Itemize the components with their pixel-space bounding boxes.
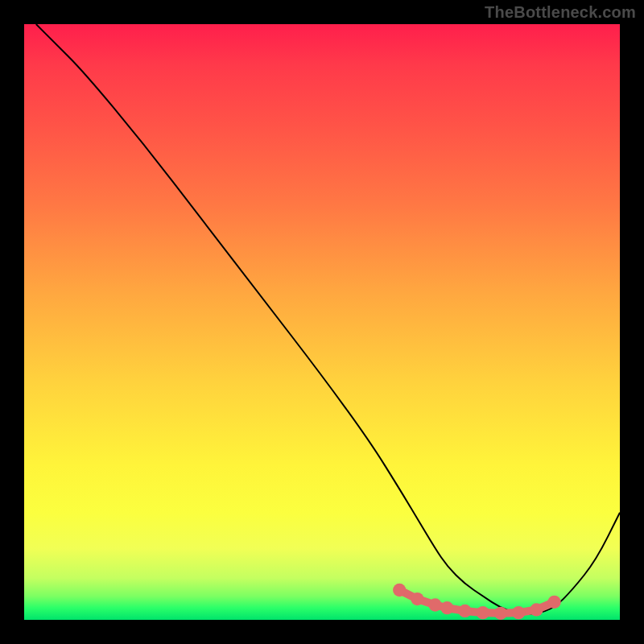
bottleneck-curve	[36, 24, 620, 614]
highlight-point	[458, 605, 471, 617]
highlight-point	[547, 596, 560, 609]
highlight-point	[393, 584, 406, 597]
watermark-text: TheBottleneck.com	[485, 3, 636, 22]
chart-svg	[24, 24, 620, 620]
highlight-point	[477, 606, 489, 619]
highlight-point	[494, 607, 507, 620]
highlight-point	[428, 598, 441, 611]
highlight-point	[530, 603, 543, 616]
highlight-point	[411, 592, 423, 605]
highlight-point	[512, 606, 525, 619]
highlight-point	[440, 601, 453, 614]
